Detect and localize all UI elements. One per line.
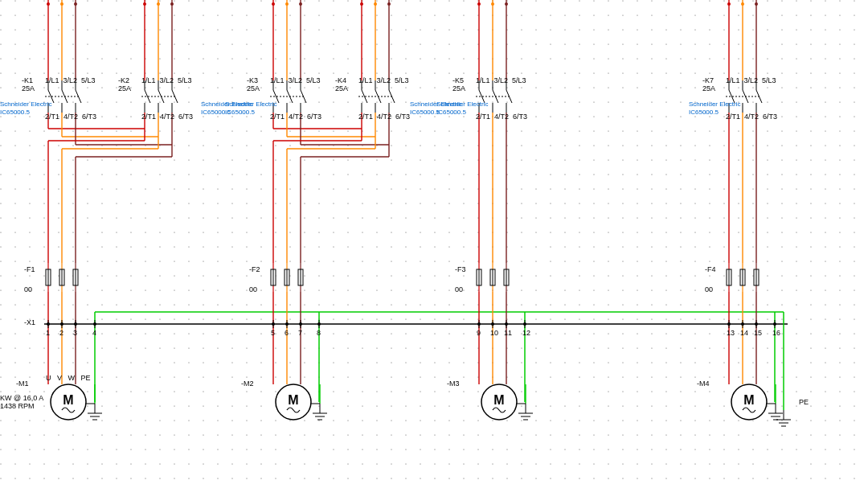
motor-id: -M3 xyxy=(447,379,460,388)
contactor-mfg: Schneider Electric xyxy=(689,101,740,109)
motor-phase-labels: U V W PE xyxy=(46,374,91,382)
contactor-id: -K3 xyxy=(247,76,258,84)
terminal-number: 2 xyxy=(59,329,63,337)
terminal-number: 14 xyxy=(740,329,748,337)
svg-point-138 xyxy=(477,322,481,326)
terminal-number: 16 xyxy=(772,329,780,337)
fuse-id: -F3 xyxy=(455,265,466,273)
svg-point-144 xyxy=(523,322,526,326)
terminal-number: 15 xyxy=(754,329,762,337)
contactor-terminals-top: 1/L1 3/L2 5/L3 xyxy=(270,76,321,84)
pe-label: PE xyxy=(799,398,809,406)
contactor-terminals-bottom: 2/T1 4/T2 6/T3 xyxy=(726,113,777,121)
contactor-rating: 25A xyxy=(247,84,260,92)
contactor-rating: 25A xyxy=(702,84,715,92)
contactor-terminals-top: 1/L1 3/L2 5/L3 xyxy=(45,76,96,84)
terminal-number: 12 xyxy=(522,329,530,337)
svg-point-140 xyxy=(491,322,494,326)
terminal-number: 3 xyxy=(73,329,77,337)
svg-point-146 xyxy=(727,322,731,326)
fuse-rating: 00 xyxy=(455,285,463,293)
contactor-rating: 25A xyxy=(22,84,35,92)
motor-spec: KW @ 16,0 A 1438 RPM xyxy=(0,394,43,410)
svg-point-134 xyxy=(299,322,302,326)
terminal-number: 11 xyxy=(504,329,512,337)
fuse-rating: 00 xyxy=(705,285,713,293)
contactor-terminals-top: 1/L1 3/L2 5/L3 xyxy=(141,76,192,84)
contactor-terminals-bottom: 2/T1 4/T2 6/T3 xyxy=(270,113,321,121)
svg-point-126 xyxy=(74,322,77,326)
contactor-mfg: Schneider Electric xyxy=(0,101,51,109)
fuse-rating: 00 xyxy=(24,285,32,293)
svg-point-130 xyxy=(272,322,275,326)
terminal-number: 13 xyxy=(727,329,735,337)
svg-point-136 xyxy=(317,322,321,326)
contactor-rating: 25A xyxy=(118,84,131,92)
contactor-terminals-top: 1/L1 3/L2 5/L3 xyxy=(476,76,526,84)
contactor-model: IC65000.5 xyxy=(0,109,30,117)
contactor-model: IC65000.5 xyxy=(436,109,466,117)
motor-id: -M1 xyxy=(16,379,29,388)
motor-id: -M4 xyxy=(697,379,710,388)
contactor-rating: 25A xyxy=(452,84,465,92)
contactor-terminals-bottom: 2/T1 4/T2 6/T3 xyxy=(141,113,193,121)
svg-point-124 xyxy=(60,322,63,326)
contactor-terminals-bottom: 2/T1 4/T2 6/T3 xyxy=(476,113,527,121)
svg-point-148 xyxy=(741,322,744,326)
contactor-terminals-top: 1/L1 3/L2 5/L3 xyxy=(726,76,776,84)
contactor-id: -K5 xyxy=(452,76,464,84)
svg-point-150 xyxy=(755,322,758,326)
terminal-number: 8 xyxy=(317,329,321,337)
contactor-mfg: Schneider Electric xyxy=(225,101,276,109)
contactor-rating: 25A xyxy=(335,84,348,92)
svg-point-132 xyxy=(285,322,289,326)
contactor-id: -K2 xyxy=(118,76,129,84)
contactor-model: IC65000.5 xyxy=(225,109,255,117)
contactor-mfg: Schneider Electric xyxy=(436,101,488,109)
fuse-id: -F4 xyxy=(705,265,716,273)
svg-point-142 xyxy=(505,322,508,326)
svg-point-152 xyxy=(773,322,776,326)
fuse-id: -F1 xyxy=(24,265,35,273)
contactor-terminals-top: 1/L1 3/L2 5/L3 xyxy=(358,76,409,84)
contactor-id: -K4 xyxy=(335,76,346,84)
terminal-number: 4 xyxy=(92,329,96,337)
terminal-number: 6 xyxy=(285,329,289,337)
svg-point-122 xyxy=(47,322,50,326)
terminal-number: 1 xyxy=(46,329,50,337)
contactor-terminals-bottom: 2/T1 4/T2 6/T3 xyxy=(358,113,410,121)
contactor-id: -K7 xyxy=(702,76,714,84)
contactor-model: IC65000.5 xyxy=(410,109,440,117)
schematic-canvas: M xyxy=(0,0,868,480)
terminal-number: 10 xyxy=(490,329,498,337)
fuse-rating: 00 xyxy=(249,285,257,293)
contactor-terminals-bottom: 2/T1 4/T2 6/T3 xyxy=(45,113,96,121)
fuse-id: -F2 xyxy=(249,265,260,273)
contactor-model: IC65000.5 xyxy=(689,109,719,117)
svg-point-128 xyxy=(93,322,96,326)
terminal-id: -X1 xyxy=(24,318,35,326)
terminal-number: 9 xyxy=(477,329,481,337)
contactor-id: -K1 xyxy=(22,76,33,84)
terminal-number: 7 xyxy=(298,329,302,337)
motor-id: -M2 xyxy=(241,379,254,388)
terminal-number: 5 xyxy=(271,329,275,337)
